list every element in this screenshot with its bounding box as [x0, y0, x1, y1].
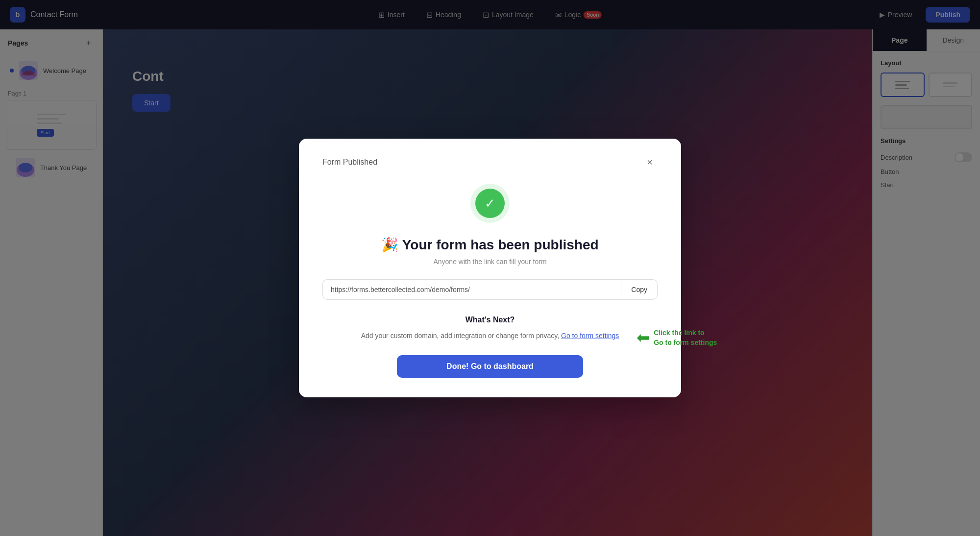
- whats-next-title: What's Next?: [466, 316, 515, 324]
- check-mark-icon: ✓: [485, 197, 495, 210]
- headline-emoji: 🎉: [381, 237, 398, 252]
- form-published-modal: Form Published × ✓ 🎉 Your form has been …: [299, 139, 681, 397]
- whats-next-body: Add your custom domain, add integration …: [361, 332, 559, 340]
- modal-title: Form Published: [322, 158, 377, 167]
- annotation-text: Click the link to Go to form settings: [654, 328, 717, 347]
- copy-button[interactable]: Copy: [621, 281, 657, 298]
- headline-text: Your form has been published: [402, 237, 599, 252]
- published-headline: 🎉 Your form has been published: [381, 237, 598, 253]
- success-icon-wrap: ✓: [470, 184, 510, 223]
- annotation-wrap: ⬅ Click the link to Go to form settings: [637, 325, 717, 350]
- done-button[interactable]: Done! Go to dashboard: [397, 355, 583, 378]
- published-subtitle: Anyone with the link can fill your form: [433, 258, 546, 266]
- annotation-arrow-icon: ⬅: [637, 325, 650, 350]
- whats-next-text: Add your custom domain, add integration …: [361, 330, 619, 341]
- modal-body: ✓ 🎉 Your form has been published Anyone …: [322, 184, 658, 377]
- modal-overlay: Form Published × ✓ 🎉 Your form has been …: [0, 0, 980, 536]
- success-icon: ✓: [475, 189, 505, 218]
- url-row: Copy: [322, 279, 658, 300]
- modal-header: Form Published ×: [322, 154, 658, 170]
- form-url-input[interactable]: [323, 280, 621, 299]
- settings-link[interactable]: Go to form settings: [561, 332, 619, 340]
- modal-close-button[interactable]: ×: [642, 154, 658, 170]
